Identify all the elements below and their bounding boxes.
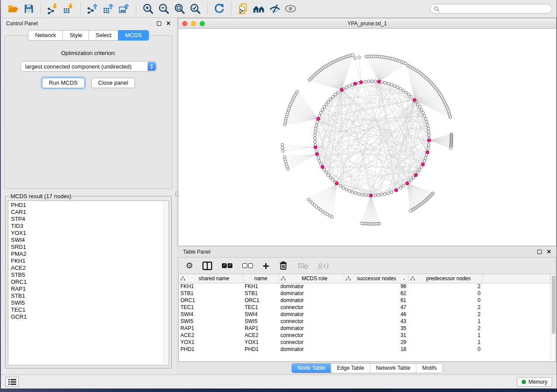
table-row[interactable]: PHD1PHD1dominator180 [179, 346, 550, 353]
list-item[interactable]: ACE2 [11, 265, 163, 272]
minimize-window-icon[interactable] [191, 21, 196, 26]
import-table-button[interactable] [61, 2, 76, 16]
table-row[interactable]: ORC1ORC1dominator610 [179, 297, 550, 304]
list-item[interactable]: SWI4 [11, 237, 163, 244]
table-row[interactable]: SWI4SWI4dominator462 [179, 311, 550, 318]
add-column-button[interactable]: + [263, 259, 269, 272]
list-item[interactable]: STB5 [11, 272, 163, 279]
tab-mcds[interactable]: MCDS [118, 30, 149, 41]
mcds-tab-content: Optimization criterion: largest connecte… [4, 35, 173, 189]
float-panel-icon[interactable] [157, 21, 161, 26]
column-header-successor-nodes[interactable]: successor nodes⌄ [344, 274, 408, 283]
table-scrollbar[interactable] [550, 274, 556, 361]
list-item[interactable]: PHD1 [11, 202, 163, 209]
mcds-result-list[interactable]: PHD1 CAR1 STP4 TID3 YOX1 SWI4 SRD1 PMA2 … [8, 200, 169, 365]
tab-motifs[interactable]: Motifs [416, 364, 442, 373]
save-session-button[interactable] [21, 2, 37, 16]
column-header-mcds-role[interactable]: MCDS role [279, 274, 344, 283]
delete-table-icon [298, 262, 309, 270]
tab-edge-table[interactable]: Edge Table [331, 364, 370, 373]
network-graph[interactable] [178, 29, 556, 246]
list-item[interactable]: STB1 [11, 292, 163, 299]
table-row[interactable]: STB1STB1dominator620 [179, 290, 550, 297]
list-scrollbar[interactable] [163, 201, 168, 364]
tab-node-table[interactable]: Node Table [292, 364, 331, 373]
export-table-button[interactable] [100, 2, 116, 16]
float-panel-icon[interactable] [537, 250, 542, 254]
clone-network-button[interactable] [235, 2, 251, 16]
list-item[interactable]: ORC1 [11, 279, 163, 285]
show-columns-button[interactable] [202, 259, 212, 272]
panel-divider[interactable] [176, 18, 178, 375]
network-window: YPA_prune.txt_1 [178, 18, 557, 246]
tab-style[interactable]: Style [62, 30, 89, 41]
toolbar-separator [41, 3, 41, 15]
table-row[interactable]: FKH1FKH1dominator962 [179, 283, 550, 290]
list-item[interactable]: SRD1 [11, 244, 163, 251]
zoom-selected-button[interactable] [187, 2, 203, 16]
show-all-button[interactable] [283, 2, 298, 16]
maximize-window-icon[interactable] [200, 21, 205, 26]
zoom-fit-button[interactable] [172, 2, 187, 16]
network-canvas[interactable] [178, 29, 556, 246]
search-input[interactable] [442, 6, 548, 12]
list-item[interactable]: CAR1 [11, 209, 163, 216]
table-row[interactable]: SWI5SWI5connector431 [179, 318, 550, 325]
close-panel-button[interactable]: Close panel [91, 78, 135, 88]
apply-layout-button[interactable] [211, 2, 227, 16]
table-toolbar: ⚙ + f(x) [178, 257, 556, 274]
deselect-all-button[interactable] [242, 259, 253, 272]
list-item[interactable]: TEC1 [11, 306, 163, 313]
export-image-button[interactable] [116, 2, 132, 16]
zoom-out-button[interactable] [156, 2, 172, 16]
close-panel-icon[interactable]: ✕ [547, 250, 551, 254]
export-image-icon [118, 3, 130, 14]
table-row[interactable]: TEC1TEC1connector472 [179, 304, 550, 311]
delete-column-button[interactable] [278, 259, 288, 272]
houses-icon [253, 3, 265, 14]
column-header-predecessor-nodes[interactable]: predecessor nodes [408, 274, 482, 283]
function-builder-button[interactable]: f(x) [318, 259, 329, 272]
column-header-shared-name[interactable]: shared name [179, 274, 243, 283]
eye-slash-icon [269, 3, 280, 14]
list-item[interactable]: SWI5 [11, 299, 163, 306]
list-item[interactable]: STP4 [11, 216, 163, 223]
close-window-icon[interactable] [182, 21, 187, 26]
export-network-button[interactable] [85, 2, 100, 16]
list-item[interactable]: FKH1 [11, 258, 163, 265]
divider-grip[interactable] [175, 192, 179, 196]
hide-selected-button[interactable] [267, 2, 283, 16]
table-row[interactable]: ACE2ACE2connector311 [179, 332, 550, 339]
select-stepper-icon [148, 62, 156, 71]
network-titlebar: YPA_prune.txt_1 [178, 18, 556, 29]
refresh-icon [214, 3, 225, 14]
optimization-criterion-select[interactable]: largest connected component (undirected) [21, 61, 157, 72]
select-all-button[interactable] [221, 259, 233, 272]
task-history-button[interactable] [5, 377, 19, 387]
tab-network-table[interactable]: Network Table [370, 364, 417, 373]
close-panel-icon[interactable]: ✕ [166, 21, 171, 26]
open-file-button[interactable] [5, 2, 21, 16]
table-row[interactable]: RAP1RAP1dominator352 [179, 325, 550, 332]
memory-button[interactable]: Memory [517, 377, 552, 387]
export-network-icon [87, 3, 98, 14]
table-row[interactable]: YOX1YOX1connector291 [179, 339, 550, 346]
list-item[interactable]: PMA2 [11, 251, 163, 258]
delete-table-button[interactable] [298, 259, 309, 272]
list-item[interactable]: RAP1 [11, 285, 163, 292]
import-table-icon [63, 3, 74, 14]
table-settings-button[interactable]: ⚙ [186, 259, 193, 272]
list-item[interactable]: TID3 [11, 223, 163, 230]
column-header-name[interactable]: name [243, 274, 279, 283]
tab-select[interactable]: Select [89, 30, 118, 41]
zoom-in-button[interactable] [140, 2, 156, 16]
run-mcds-button[interactable]: Run MCDS [42, 78, 85, 88]
scrollbar-thumb[interactable] [552, 275, 555, 334]
memory-status-icon [522, 380, 526, 384]
first-neighbors-button[interactable] [251, 2, 267, 16]
tab-network[interactable]: Network [28, 30, 62, 41]
import-network-button[interactable] [45, 2, 61, 16]
list-item[interactable]: GCR1 [11, 313, 163, 320]
list-item[interactable]: YOX1 [11, 230, 163, 237]
zoom-selected-icon [190, 3, 201, 14]
